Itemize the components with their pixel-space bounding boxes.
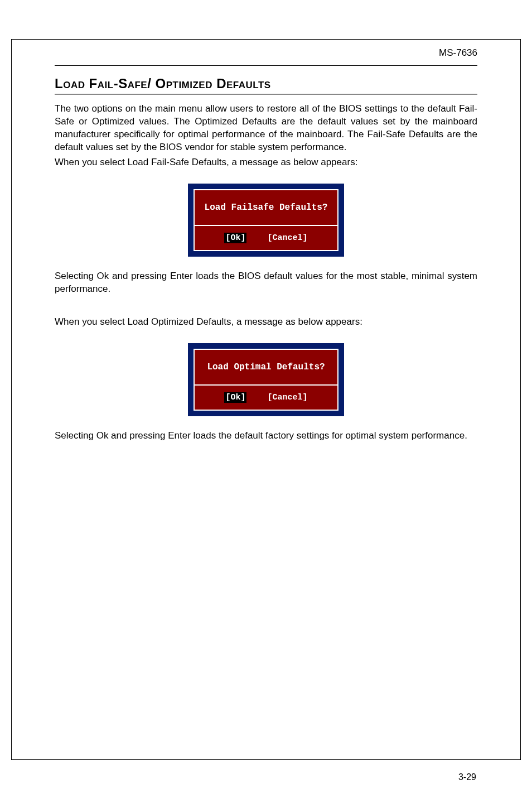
optimal-dialog-wrap: Load Optimal Defaults? [Ok] [Cancel] — [55, 343, 477, 416]
optimal-dialog: Load Optimal Defaults? [Ok] [Cancel] — [188, 343, 344, 416]
failsafe-cancel-button[interactable]: [Cancel] — [268, 233, 308, 243]
failsafe-result-paragraph: Selecting Ok and pressing Enter loads th… — [55, 270, 477, 296]
optimal-cancel-button[interactable]: [Cancel] — [268, 393, 308, 402]
page-number: 3-29 — [458, 772, 476, 782]
section-title: Load Fail-Safe/ Optimized Defaults — [55, 76, 477, 95]
content-area: MS-7636 Load Fail-Safe/ Optimized Defaul… — [55, 47, 477, 760]
header-model-number: MS-7636 — [55, 47, 477, 66]
failsafe-dialog: Load Failsafe Defaults? [Ok] [Cancel] — [188, 184, 344, 257]
optimal-dialog-title: Load Optimal Defaults? — [195, 350, 337, 386]
failsafe-dialog-inner: Load Failsafe Defaults? [Ok] [Cancel] — [194, 189, 338, 251]
intro-paragraph: The two options on the main menu allow u… — [55, 103, 477, 154]
failsafe-ok-button[interactable]: [Ok] — [224, 233, 246, 243]
optimal-result-paragraph: Selecting Ok and pressing Enter loads th… — [55, 430, 477, 442]
failsafe-dialog-title: Load Failsafe Defaults? — [195, 190, 337, 226]
optimal-dialog-buttons: [Ok] [Cancel] — [195, 386, 337, 410]
optimal-dialog-inner: Load Optimal Defaults? [Ok] [Cancel] — [194, 349, 338, 411]
optimal-ok-button[interactable]: [Ok] — [224, 392, 246, 403]
failsafe-dialog-buttons: [Ok] [Cancel] — [195, 226, 337, 250]
optimized-prompt-intro: When you select Load Optimized Defaults,… — [55, 316, 477, 329]
failsafe-prompt-intro: When you select Load Fail-Safe Defaults,… — [55, 156, 477, 169]
failsafe-dialog-wrap: Load Failsafe Defaults? [Ok] [Cancel] — [55, 184, 477, 257]
